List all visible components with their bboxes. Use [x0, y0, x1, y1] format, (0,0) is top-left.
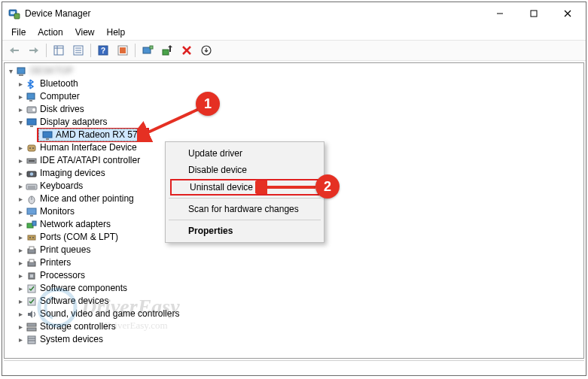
tree-category[interactable]: Sound, video and game controllers [6, 308, 583, 320]
back-button[interactable] [5, 42, 23, 59]
hid-icon [26, 142, 38, 154]
chevron-right-icon[interactable] [16, 269, 25, 282]
soft-icon [26, 283, 38, 295]
tree-category[interactable]: Disk drives [6, 103, 583, 116]
chevron-right-icon[interactable] [16, 103, 25, 116]
chevron-right-icon[interactable] [16, 244, 25, 256]
chevron-right-icon[interactable] [16, 320, 25, 333]
minimize-button[interactable] [483, 2, 516, 25]
tree-category[interactable]: Bluetooth [6, 77, 583, 90]
tree-category-label: Mice and other pointing [40, 193, 134, 205]
chevron-right-icon[interactable] [16, 295, 25, 308]
system-icon [26, 334, 38, 346]
svg-text:?: ? [101, 47, 105, 55]
forward-button[interactable] [25, 42, 43, 59]
ide-icon [26, 155, 38, 167]
display-icon [26, 117, 38, 129]
chevron-right-icon[interactable] [16, 308, 25, 320]
tree-category[interactable]: Print queues [6, 244, 583, 256]
tree-category-label: Storage controllers [40, 320, 116, 333]
chevron-right-icon[interactable] [16, 333, 25, 346]
net-icon [26, 219, 38, 231]
svg-rect-19 [120, 47, 126, 53]
context-menu-item[interactable]: Update driver [167, 145, 322, 162]
tree-category[interactable]: Software components [6, 282, 583, 295]
delete-button[interactable] [178, 42, 196, 59]
chevron-right-icon[interactable] [16, 282, 25, 295]
properties-button[interactable] [69, 42, 87, 59]
svg-rect-40 [29, 160, 35, 162]
toolbar-separator [90, 44, 91, 57]
tree-category[interactable]: Processors [6, 269, 583, 282]
status-bar [4, 360, 584, 374]
menu-file[interactable]: File [5, 26, 32, 39]
kbd-icon [26, 180, 38, 193]
tree-category-label: Monitors [40, 205, 75, 218]
chevron-right-icon[interactable] [16, 256, 25, 269]
svg-rect-4 [531, 11, 537, 17]
tree-category-label: Imaging devices [40, 167, 105, 180]
tree-category[interactable]: Software devices [6, 295, 583, 308]
chevron-right-icon[interactable] [16, 231, 25, 244]
toolbar: ? [2, 40, 586, 61]
context-menu-item[interactable]: Disable device [167, 162, 322, 178]
tree-device-selected[interactable]: AMD Radeon RX 570 [6, 129, 583, 141]
tree-root[interactable]: DESKTOP [6, 65, 583, 77]
menu-help[interactable]: Help [101, 26, 132, 39]
svg-rect-9 [54, 46, 63, 55]
annotation-badge-1: 1 [196, 92, 220, 116]
chevron-right-icon[interactable] [16, 167, 25, 180]
svg-point-31 [32, 108, 35, 111]
uninstall-button[interactable] [197, 42, 215, 59]
menubar: File Action View Help [2, 25, 586, 40]
tree-category-label: Printers [40, 256, 71, 269]
chevron-right-icon[interactable] [16, 77, 25, 90]
svg-rect-49 [30, 215, 33, 217]
maximize-button[interactable] [516, 2, 550, 25]
chevron-right-icon[interactable] [16, 90, 25, 103]
svg-rect-34 [43, 132, 52, 138]
chevron-down-icon[interactable] [16, 116, 25, 129]
toolbar-icon[interactable] [114, 42, 132, 59]
chevron-right-icon[interactable] [16, 141, 25, 154]
svg-rect-21 [150, 46, 153, 49]
tree-category[interactable]: Storage controllers [6, 320, 583, 333]
context-menu-item[interactable]: Scan for hardware changes [167, 201, 322, 217]
toolbar-separator [135, 44, 136, 57]
scan-button[interactable] [139, 42, 157, 59]
tree-category-label: System devices [40, 333, 103, 346]
tree-category[interactable]: Display adapters [6, 116, 583, 129]
tree-category-label: Computer [40, 90, 80, 103]
svg-rect-29 [29, 100, 32, 102]
help-button[interactable]: ? [94, 42, 112, 59]
chevron-right-icon[interactable] [16, 154, 25, 167]
svg-rect-28 [27, 93, 35, 99]
update-driver-button[interactable] [158, 42, 176, 59]
chevron-right-icon[interactable] [16, 180, 25, 193]
titlebar: Device Manager [2, 2, 586, 25]
tree-category[interactable]: System devices [6, 333, 583, 346]
tree-category[interactable]: Printers [6, 256, 583, 269]
tree-device-label: AMD Radeon RX 570 [56, 129, 142, 141]
svg-rect-2 [14, 14, 20, 19]
menu-action[interactable]: Action [32, 26, 69, 39]
chevron-right-icon[interactable] [16, 193, 25, 205]
svg-rect-22 [163, 50, 169, 55]
context-menu-item[interactable]: Properties [167, 223, 322, 239]
close-button[interactable] [550, 2, 584, 25]
menu-view[interactable]: View [69, 26, 101, 39]
display-icon [41, 129, 53, 141]
tree-category-label: Software components [40, 282, 127, 295]
tree-category-label: Keyboards [40, 180, 83, 193]
show-hide-tree-button[interactable] [50, 42, 68, 59]
tree-category[interactable]: Computer [6, 90, 583, 103]
svg-rect-26 [17, 68, 25, 74]
chevron-down-icon[interactable] [6, 65, 15, 77]
tree-category-label: Disk drives [40, 103, 84, 116]
svg-point-37 [29, 147, 31, 149]
sound-icon [26, 308, 38, 320]
tree-category-label: IDE ATA/ATAPI controller [40, 154, 140, 167]
chevron-right-icon[interactable] [16, 218, 25, 231]
svg-point-53 [29, 237, 31, 238]
chevron-right-icon[interactable] [16, 205, 25, 218]
